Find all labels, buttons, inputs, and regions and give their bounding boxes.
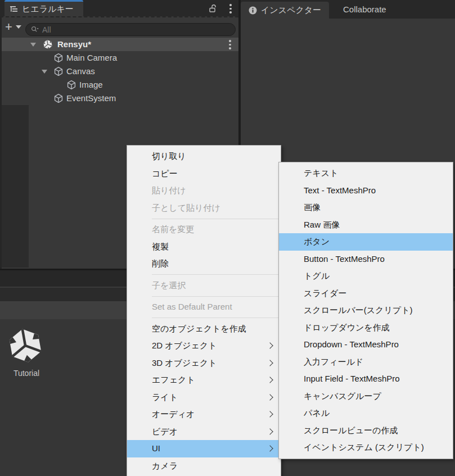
asset-label: Tutorial (7, 369, 46, 378)
scene-row-rensyu[interactable]: Rensyu* (0, 38, 238, 51)
ui-submenu-item-scroll-view[interactable]: スクロールビューの作成 (279, 422, 453, 439)
scene-name: Rensyu* (57, 38, 91, 51)
ui-submenu-item-scrollbar[interactable]: スクロールバー(スクリプト) (279, 302, 453, 319)
menu-item-label: テキスト (304, 168, 338, 178)
menu-item-label: ボタン (304, 237, 330, 246)
context-menu-item-rename: 名前を変更 (127, 221, 281, 238)
ui-submenu-item-button[interactable]: ボタン (279, 233, 453, 251)
ui-submenu-item-text-tmp[interactable]: Text - TextMeshPro (279, 182, 453, 200)
asset-tutorial[interactable]: Tutorial (7, 327, 46, 378)
menu-separator (152, 318, 280, 318)
context-menu-item-audio[interactable]: オーディオ (127, 406, 281, 423)
ui-submenu-item-dropdown-tmp[interactable]: Dropdown - TextMeshPro (279, 336, 453, 353)
menu-item-label: パネル (304, 408, 330, 418)
context-menu-item-create-empty[interactable]: 空のオブジェクトを作成 (127, 320, 281, 338)
menu-item-label: 2D オブジェクト (152, 341, 217, 350)
menu-item-label: 3D オブジェクト (152, 358, 217, 368)
search-input[interactable]: All (25, 23, 236, 36)
cube-icon (66, 80, 76, 90)
ui-submenu-item-dropdown[interactable]: ドロップダウンを作成 (279, 319, 453, 337)
context-menu-item-copy[interactable]: コピー (127, 165, 281, 183)
tab-inspector[interactable]: インスペクター (241, 2, 329, 19)
menu-item-label: イベントシステム (スクリプト) (304, 442, 424, 452)
submenu-arrow-icon (267, 394, 273, 400)
menu-item-label: スクロールビューの作成 (304, 425, 398, 435)
cube-icon (53, 53, 64, 63)
context-menu-item-duplicate[interactable]: 複製 (127, 238, 281, 256)
kebab-menu-icon[interactable] (229, 40, 231, 51)
menu-item-label: Input Field - TextMeshPro (304, 374, 400, 383)
menu-item-label: 貼り付け (152, 185, 186, 195)
ui-submenu-item-canvas-group[interactable]: キャンバスグループ (279, 388, 453, 405)
menu-item-label: カメラ (152, 461, 178, 470)
context-menu-item-video[interactable]: ビデオ (127, 423, 281, 441)
unity-scene-icon (43, 39, 53, 49)
menu-item-label: Dropdown - TextMeshPro (304, 339, 399, 349)
ui-submenu-item-event-system[interactable]: イベントシステム (スクリプト) (279, 439, 453, 456)
menu-item-label: コピー (152, 169, 178, 178)
menu-item-label: 切り取り (152, 151, 186, 161)
menu-item-label: ライト (152, 392, 178, 402)
hierarchy-context-menu: 切り取りコピー貼り付け子として貼り付け名前を変更複製削除子を選択Set as D… (127, 145, 281, 476)
hierarchy-item-image[interactable]: Image (0, 78, 238, 92)
context-menu-item-camera[interactable]: カメラ (127, 457, 281, 475)
context-menu-item-effects[interactable]: エフェクト (127, 371, 281, 389)
context-menu-item-delete[interactable]: 削除 (127, 255, 281, 273)
hierarchy-item-canvas[interactable]: Canvas (0, 65, 238, 78)
context-menu-item-paste: 貼り付け (127, 182, 281, 200)
kebab-menu-icon[interactable] (229, 4, 232, 15)
context-menu-item-cut[interactable]: 切り取り (127, 148, 281, 165)
hierarchy-item-label: Main Camera (66, 51, 117, 65)
ui-submenu-item-button-tmp[interactable]: Button - TextMeshPro (279, 251, 453, 268)
menu-item-label: Raw 画像 (304, 220, 340, 229)
cube-icon (53, 66, 64, 76)
menu-item-label: 複製 (152, 242, 169, 251)
scene-visibility-gutter (2, 105, 29, 268)
foldout-expanded-icon[interactable] (42, 70, 47, 74)
hierarchy-tabbar: ヒエラルキー (0, 0, 238, 16)
ui-submenu-item-input-field[interactable]: 入力フィールド (279, 353, 453, 371)
ui-submenu-item-text[interactable]: テキスト (279, 165, 453, 182)
context-menu-item-set-default-parent: Set as Default Parent (127, 298, 281, 316)
tab-hierarchy[interactable]: ヒエラルキー (4, 0, 83, 16)
menu-item-label: 画像 (304, 202, 321, 212)
menu-item-label: ビデオ (152, 427, 178, 436)
caret-down-icon[interactable] (16, 25, 21, 29)
unity-editor-window: ヒエラルキー + All (0, 0, 455, 476)
menu-item-label: 名前を変更 (152, 224, 194, 234)
submenu-arrow-icon (267, 377, 273, 383)
context-menu-item-ui[interactable]: UI (127, 440, 281, 457)
menu-item-label: 子として貼り付け (152, 203, 220, 212)
hierarchy-tab-label: ヒエラルキー (22, 4, 74, 15)
search-icon (31, 26, 39, 33)
hierarchy-item-event-system[interactable]: EventSystem (0, 92, 238, 105)
submenu-arrow-icon (267, 360, 273, 366)
menu-item-label: トグル (304, 271, 330, 280)
hierarchy-item-main-camera[interactable]: Main Camera (0, 51, 238, 65)
menu-item-label: オーディオ (152, 409, 195, 419)
ui-submenu-item-panel[interactable]: パネル (279, 405, 453, 422)
ui-submenu-item-raw-image[interactable]: Raw 画像 (279, 216, 453, 234)
inspector-tabbar: インスペクター Collaborate (241, 0, 455, 19)
hierarchy-item-label: Canvas (66, 65, 95, 78)
menu-item-label: Text - TextMeshPro (304, 185, 376, 195)
menu-item-label: スクロールバー(スクリプト) (304, 305, 413, 315)
context-menu-item-select-children: 子を選択 (127, 277, 281, 294)
tab-collaborate[interactable]: Collaborate (336, 0, 393, 19)
context-menu-item-3d-object[interactable]: 3D オブジェクト (127, 355, 281, 372)
menu-item-label: エフェクト (152, 375, 195, 384)
info-icon (249, 6, 257, 15)
hierarchy-toolbar: + All (0, 16, 238, 38)
plus-icon[interactable]: + (5, 19, 12, 35)
ui-submenu-item-image[interactable]: 画像 (279, 199, 453, 216)
context-menu-item-2d-object[interactable]: 2D オブジェクト (127, 337, 281, 355)
ui-submenu-item-slider[interactable]: スライダー (279, 285, 453, 302)
context-menu-item-light[interactable]: ライト (127, 389, 281, 406)
unlock-icon[interactable] (208, 4, 217, 13)
ui-submenu-item-toggle[interactable]: トグル (279, 268, 453, 285)
foldout-expanded-icon[interactable] (30, 43, 36, 47)
menu-separator (152, 296, 280, 297)
ui-submenu-item-input-field-tmp[interactable]: Input Field - TextMeshPro (279, 370, 453, 388)
menu-separator (152, 219, 280, 219)
panel-edge (0, 16, 2, 269)
